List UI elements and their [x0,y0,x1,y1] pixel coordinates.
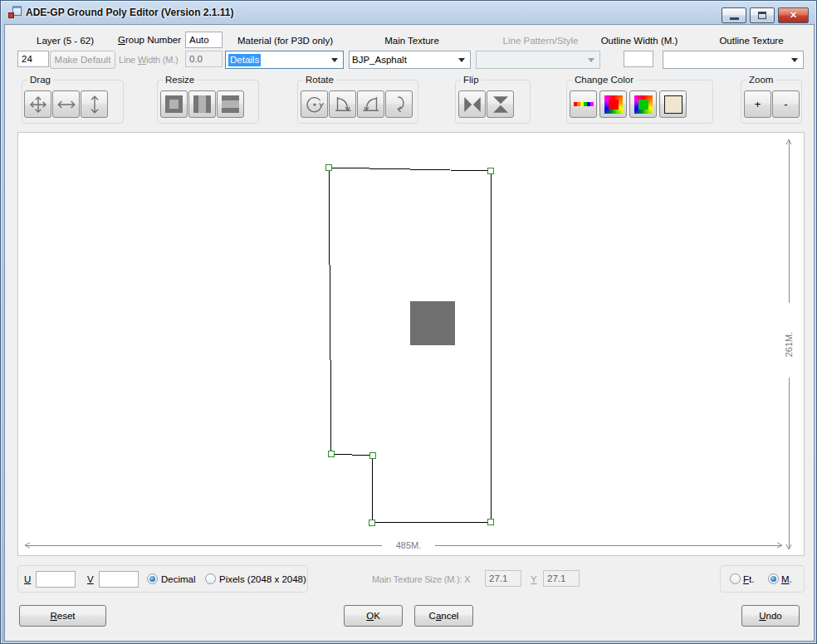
feet-label: Ft. [743,573,754,585]
move-arrows-icon [27,94,49,115]
layer-label: Layer (5 - 62) [22,35,109,46]
chevron-down-icon [791,58,798,62]
color-plain-button[interactable] [659,90,687,118]
texture-size-y-label: Y [531,573,537,585]
flip-horizontal-button[interactable] [458,90,486,118]
resize-horizontal-icon [193,95,211,113]
outline-width-label: Outline Width (M.) [593,35,686,46]
drag-vertical-button[interactable] [81,90,108,118]
polygon-layer [326,165,494,526]
title-bar[interactable]: ADE-GP Ground Poly Editor (Version 2.1.1… [1,1,816,24]
outline-width-input[interactable] [624,51,653,67]
u-input[interactable] [36,571,76,588]
meters-radio[interactable] [768,573,779,584]
line-pattern-combo [476,51,600,69]
reset-button[interactable]: Reset [19,605,106,627]
color-fill-red-button[interactable] [599,90,627,118]
mts-text: Main Texture Size (M.): [372,574,462,584]
zoom-out-label: - [784,98,787,110]
vertical-arrow-icon [84,94,105,115]
flip-vertical-icon [490,94,511,115]
resize-horizontal-button[interactable] [188,90,216,118]
main-texture-label: Main Texture [366,35,457,46]
u-label: U [24,573,31,585]
rotate-left-90-icon [360,94,382,115]
vertex-handle[interactable] [329,451,335,457]
ground-polygon[interactable] [329,168,491,523]
resize-group-label: Resize [163,75,197,85]
outline-texture-label: Outline Texture [702,35,800,46]
rainbow-line-icon [574,102,594,106]
main-texture-size-label: Main Texture Size (M.): X [372,573,470,585]
app-window: ADE-GP Ground Poly Editor (Version 2.1.1… [0,0,817,644]
layer-input[interactable] [17,51,49,67]
cancel-button[interactable]: Cancel [414,605,473,627]
decimal-label: Decimal [161,573,196,585]
line-width-input [185,51,223,67]
meters-label: M. [781,573,792,585]
color-fill-green-button[interactable] [629,90,657,118]
v-label: V [87,573,94,585]
resize-vertical-icon [222,95,239,113]
line-width-label: Line Width (M.) [119,54,179,66]
zoom-in-button[interactable]: + [744,90,771,118]
maximize-button[interactable] [750,7,775,23]
plain-color-swatch-icon [664,95,682,114]
material-label: Material (for P3D only) [233,35,337,46]
vertex-handle[interactable] [370,453,376,459]
flip-vertical-button[interactable] [487,90,514,118]
rotate-right-90-button[interactable] [329,90,356,118]
chevron-down-icon [458,58,465,62]
rotate-left-90-button[interactable] [357,90,384,118]
drag-horizontal-button[interactable] [52,90,80,118]
texture-preview-square[interactable] [410,301,455,345]
pixels-label: Pixels (2048 x 2048) [219,573,306,585]
material-combo-value: Details [228,54,261,66]
rotate-180-icon [389,94,410,115]
flip-horizontal-icon [462,94,483,115]
undo-button[interactable]: Undo [741,605,800,627]
rotate-free-icon [304,94,325,115]
vertical-dimension: 261M. [784,139,794,549]
decimal-radio[interactable] [147,573,158,584]
change-color-group-label: Change Color [572,75,636,85]
resize-both-button[interactable] [160,90,188,118]
vertex-handle[interactable] [326,165,332,171]
texture-size-x-input [485,570,521,587]
window-controls: ✕ [722,7,812,23]
color-line-button[interactable] [570,90,597,118]
drag-group-label: Drag [27,75,53,85]
drag-move-button[interactable] [24,90,51,118]
close-button[interactable]: ✕ [778,7,809,23]
minimize-button[interactable] [722,7,746,23]
zoom-out-button[interactable]: - [772,90,800,118]
material-combo[interactable]: Details [225,51,344,69]
rainbow-border-red-icon [604,95,623,114]
horizontal-arrow-icon [56,94,77,115]
vertex-handle[interactable] [488,520,494,525]
resize-both-icon [165,95,183,113]
minimize-icon [730,17,739,20]
canvas-svg: 261M. 485M. [18,133,804,555]
feet-radio[interactable] [730,573,741,584]
outline-texture-combo[interactable] [663,51,804,69]
rotate-180-button[interactable] [385,90,413,118]
ok-button[interactable]: OK [344,605,403,627]
maximize-icon [758,12,766,19]
red-fill-swatch [609,100,619,110]
pixels-radio[interactable] [205,573,216,584]
main-texture-combo-value: BJP_Asphalt [352,54,407,66]
rotate-free-button[interactable] [301,90,328,118]
zoom-in-label: + [755,98,761,110]
main-texture-combo[interactable]: BJP_Asphalt [349,51,471,69]
rotate-right-90-icon [332,94,354,115]
make-default-button[interactable]: Make Default [50,51,115,69]
chevron-down-icon [588,58,594,62]
resize-vertical-button[interactable] [217,90,244,118]
v-input[interactable] [99,571,139,588]
group-number-input[interactable] [185,32,223,48]
vertex-handle[interactable] [369,520,375,526]
horizontal-dimension: 485M. [25,540,782,550]
editor-canvas[interactable]: 261M. 485M. [17,132,805,556]
vertex-handle[interactable] [488,168,494,174]
